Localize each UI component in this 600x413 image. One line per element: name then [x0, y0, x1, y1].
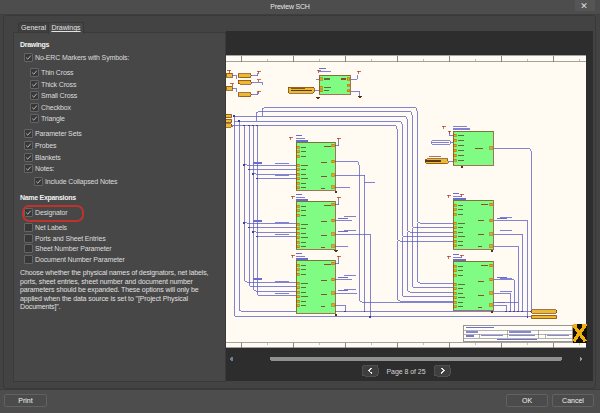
- svg-text:Page 8 of 25: Page 8 of 25: [386, 368, 425, 376]
